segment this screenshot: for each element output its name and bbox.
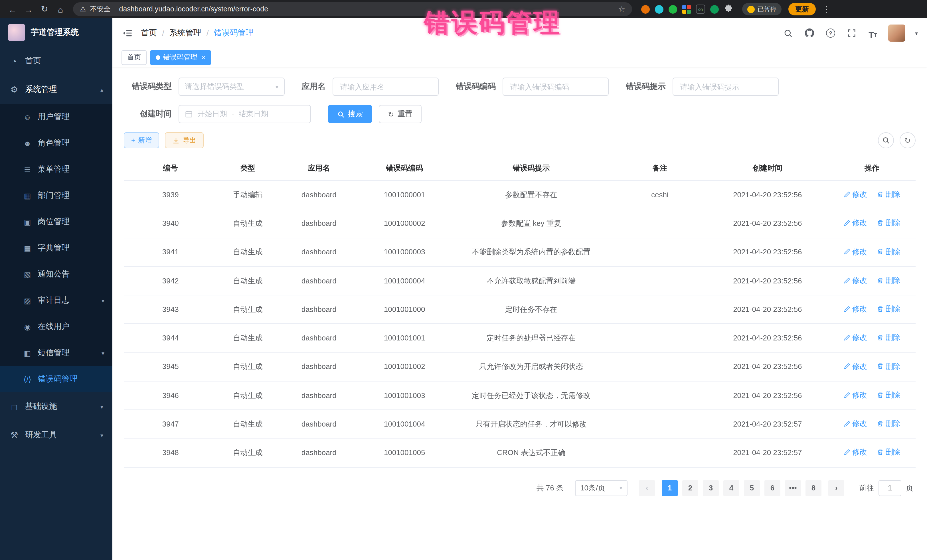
edit-link[interactable]: 修改 bbox=[844, 361, 867, 372]
toggle-search-button[interactable] bbox=[878, 132, 894, 148]
delete-link[interactable]: 删除 bbox=[877, 447, 900, 458]
edit-link[interactable]: 修改 bbox=[844, 447, 867, 458]
sidebar-submenu-item[interactable]: ☺ 用户管理 bbox=[0, 104, 112, 130]
sidebar-submenu-item[interactable]: ▤ 字典管理 bbox=[0, 235, 112, 261]
url-text[interactable]: dashboard.yudao.iocoder.cn/system/error-… bbox=[119, 5, 614, 13]
edit-link[interactable]: 修改 bbox=[844, 189, 867, 200]
page-button[interactable]: 2 bbox=[682, 480, 698, 496]
sidebar-item-home[interactable]: ◔ 首页 bbox=[0, 47, 112, 75]
view-tab[interactable]: 错误码管理 × bbox=[150, 50, 211, 65]
cell-code: 1001000001 bbox=[360, 181, 449, 209]
app-window: 芋道管理系统 ◔ 首页 ⚙ 系统管理 ▴ ☺ 用户管理 bbox=[0, 18, 927, 560]
delete-link[interactable]: 删除 bbox=[877, 390, 900, 401]
add-button[interactable]: + 新增 bbox=[124, 132, 159, 148]
delete-link[interactable]: 删除 bbox=[877, 418, 900, 429]
edit-link[interactable]: 修改 bbox=[844, 275, 867, 286]
extension-icon[interactable] bbox=[710, 5, 719, 14]
sidebar-submenu-item[interactable]: ☻ 角色管理 bbox=[0, 130, 112, 156]
cell-id: 3947 bbox=[124, 410, 217, 439]
cell-operations: 修改 删除 bbox=[828, 352, 916, 381]
sidebar-item-system[interactable]: ⚙ 系统管理 ▴ bbox=[0, 75, 112, 104]
refresh-table-button[interactable]: ↻ bbox=[900, 132, 916, 148]
home-icon[interactable]: ⌂ bbox=[54, 2, 67, 16]
page-button[interactable]: 4 bbox=[723, 480, 739, 496]
next-page-button[interactable]: › bbox=[828, 480, 844, 496]
github-icon[interactable] bbox=[804, 27, 815, 39]
search-button[interactable]: 搜索 bbox=[328, 105, 372, 123]
delete-link[interactable]: 删除 bbox=[877, 189, 900, 200]
edit-link[interactable]: 修改 bbox=[844, 418, 867, 429]
sidebar-item[interactable]: □ 基础设施 ▾ bbox=[0, 392, 112, 421]
page-button[interactable]: 3 bbox=[703, 480, 719, 496]
export-button[interactable]: 导出 bbox=[165, 132, 204, 148]
prev-page-button[interactable]: ‹ bbox=[639, 480, 655, 496]
back-icon[interactable]: ← bbox=[6, 2, 20, 16]
page-button[interactable]: 1 bbox=[662, 480, 678, 496]
edit-link[interactable]: 修改 bbox=[844, 332, 867, 343]
edit-link[interactable]: 修改 bbox=[844, 390, 867, 401]
edit-link[interactable]: 修改 bbox=[844, 217, 867, 229]
help-icon[interactable]: ? bbox=[825, 27, 836, 39]
sidebar-collapse-icon[interactable] bbox=[122, 27, 133, 39]
page-button[interactable]: ••• bbox=[785, 480, 801, 496]
chrome-menu-icon[interactable]: ⋮ bbox=[823, 5, 831, 14]
sidebar-submenu-item[interactable]: ▧ 通知公告 bbox=[0, 261, 112, 287]
security-label[interactable]: 不安全 bbox=[90, 4, 111, 14]
cell-id: 3944 bbox=[124, 324, 217, 353]
delete-link[interactable]: 删除 bbox=[877, 246, 900, 257]
goto-page-input[interactable] bbox=[878, 480, 901, 496]
error-code-input[interactable] bbox=[503, 77, 609, 96]
sidebar-submenu-item[interactable]: ▨ 审计日志 ▾ bbox=[0, 287, 112, 314]
close-icon[interactable]: × bbox=[201, 53, 205, 61]
sidebar-submenu-item[interactable]: ◧ 短信管理 ▾ bbox=[0, 340, 112, 366]
edit-link[interactable]: 修改 bbox=[844, 304, 867, 314]
date-range-picker[interactable]: 开始日期 - 结束日期 bbox=[179, 105, 311, 123]
search-icon[interactable] bbox=[783, 27, 794, 39]
page-button[interactable]: 6 bbox=[764, 480, 780, 496]
delete-link[interactable]: 删除 bbox=[877, 361, 900, 372]
extension-icon[interactable] bbox=[655, 5, 663, 14]
page-button[interactable]: 5 bbox=[744, 480, 760, 496]
error-type-select[interactable]: 请选择错误码类型 ▾ bbox=[179, 77, 285, 96]
app-name-input[interactable] bbox=[333, 77, 439, 96]
sidebar-submenu-item[interactable]: ▣ 岗位管理 bbox=[0, 209, 112, 235]
delete-link[interactable]: 删除 bbox=[877, 275, 900, 286]
extension-icon[interactable] bbox=[669, 5, 677, 14]
sidebar-submenu-item[interactable]: ◉ 在线用户 bbox=[0, 314, 112, 340]
sidebar-item[interactable]: ⚒ 研发工具 ▾ bbox=[0, 421, 112, 449]
sidebar-submenu-item[interactable]: ☰ 菜单管理 bbox=[0, 156, 112, 182]
bookmark-star-icon[interactable]: ☆ bbox=[618, 5, 625, 14]
fullscreen-icon[interactable] bbox=[846, 27, 857, 39]
forward-icon[interactable]: → bbox=[22, 2, 35, 16]
extension-icon[interactable]: on bbox=[696, 5, 705, 14]
delete-link[interactable]: 删除 bbox=[877, 332, 900, 343]
extension-grid-icon[interactable] bbox=[682, 5, 691, 14]
extensions-puzzle-icon[interactable] bbox=[724, 5, 733, 14]
view-tab[interactable]: 首页 × bbox=[122, 50, 147, 65]
trash-icon bbox=[877, 363, 884, 370]
chrome-update-button[interactable]: 更新 bbox=[789, 3, 816, 15]
profile-paused-badge[interactable]: 已暂停 bbox=[742, 3, 781, 15]
app-logo[interactable]: 芋道管理系统 bbox=[0, 18, 112, 47]
address-bar[interactable]: ⚠ 不安全 dashboard.yudao.iocoder.cn/system/… bbox=[73, 2, 632, 16]
cell-type: 手动编辑 bbox=[217, 181, 278, 209]
extension-icon[interactable] bbox=[641, 5, 650, 14]
breadcrumb-home[interactable]: 首页 bbox=[141, 28, 157, 38]
user-avatar[interactable] bbox=[888, 24, 905, 42]
edit-link[interactable]: 修改 bbox=[844, 246, 867, 257]
delete-link[interactable]: 删除 bbox=[877, 304, 900, 314]
page-size-select[interactable]: 10条/页 ▾ bbox=[575, 480, 628, 496]
delete-link[interactable]: 删除 bbox=[877, 217, 900, 229]
breadcrumb-system[interactable]: 系统管理 bbox=[169, 28, 201, 38]
error-msg-input[interactable] bbox=[673, 77, 779, 96]
page-button[interactable]: 8 bbox=[805, 480, 821, 496]
avatar-caret-icon[interactable]: ▾ bbox=[915, 30, 918, 36]
cell-remark bbox=[613, 352, 707, 381]
font-size-icon[interactable]: TT bbox=[867, 27, 878, 39]
reload-icon[interactable]: ↻ bbox=[38, 2, 51, 16]
delete-label: 删除 bbox=[886, 361, 900, 372]
sidebar-submenu-item[interactable]: ▦ 部门管理 bbox=[0, 182, 112, 209]
reset-button[interactable]: ↻ 重置 bbox=[379, 105, 422, 123]
font-size-large-glyph: T bbox=[869, 30, 874, 39]
sidebar-submenu-item[interactable]: ⟨/⟩ 错误码管理 bbox=[0, 366, 112, 392]
